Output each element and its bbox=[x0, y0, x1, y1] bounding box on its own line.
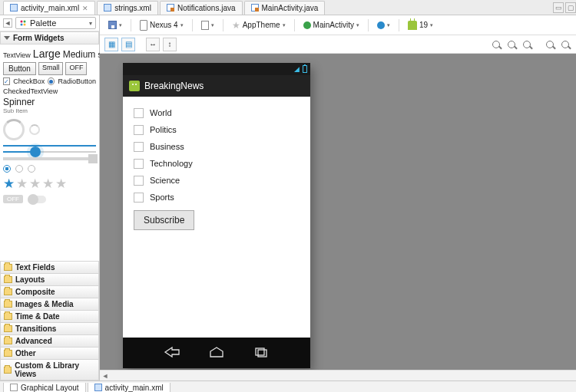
activity-selector[interactable]: MainActivity▾ bbox=[300, 18, 363, 31]
progress-small-item[interactable] bbox=[29, 124, 40, 135]
locale-selector[interactable]: ▾ bbox=[373, 19, 394, 31]
progressbar-item[interactable] bbox=[3, 145, 96, 147]
scroll-left-icon[interactable]: ◄ bbox=[100, 371, 111, 380]
blueprint-mode-button[interactable]: ▤ bbox=[121, 38, 135, 51]
checkbox-icon bbox=[3, 77, 10, 85]
radiobutton-item[interactable]: RadioButton bbox=[58, 77, 96, 85]
subscribe-button[interactable]: Subscribe bbox=[134, 210, 194, 230]
folder-icon bbox=[4, 325, 12, 332]
palette-dropdown[interactable]: Palette ▾ bbox=[15, 17, 96, 29]
button-item[interactable]: Button bbox=[3, 62, 36, 75]
svg-point-6 bbox=[135, 84, 137, 85]
zoom-in-button[interactable] bbox=[559, 38, 571, 51]
orientation-dropdown[interactable]: ▾ bbox=[197, 18, 218, 32]
editor-toolbar-2: ▦ ▤ ↔ ↕ bbox=[100, 35, 576, 54]
checkbox-world[interactable]: World bbox=[134, 104, 300, 121]
design-canvas[interactable]: ◢ BreakingNews World Politics Business T… bbox=[100, 54, 576, 370]
folder-icon bbox=[4, 338, 12, 344]
progress-large-item[interactable] bbox=[3, 119, 25, 140]
app-title: BreakingNews bbox=[144, 81, 204, 91]
save-dropdown[interactable]: ▾ bbox=[104, 18, 126, 31]
cat-time-date[interactable]: Time & Date bbox=[0, 310, 99, 322]
tab-mainactivity[interactable]: MainActivity.java bbox=[244, 1, 326, 15]
back-button[interactable]: ◄ bbox=[3, 18, 12, 28]
tab-activity-main[interactable]: activity_main.xml✕ bbox=[3, 1, 95, 15]
checkbox-technology[interactable]: Technology bbox=[134, 155, 300, 172]
folder-icon bbox=[4, 367, 12, 374]
small-button-item[interactable]: Small bbox=[38, 62, 64, 75]
checkbox-item[interactable]: CheckBox bbox=[13, 77, 45, 85]
theme-selector[interactable]: ★AppTheme▾ bbox=[228, 18, 290, 33]
nav-home-icon[interactable] bbox=[208, 346, 225, 360]
expand-width-button[interactable]: ↔ bbox=[146, 38, 160, 51]
cat-advanced[interactable]: Advanced bbox=[0, 334, 99, 347]
app-icon bbox=[129, 81, 140, 91]
minimize-button[interactable]: ▭ bbox=[553, 2, 564, 13]
cat-layouts[interactable]: Layouts bbox=[0, 273, 99, 285]
device-frame: ◢ BreakingNews World Politics Business T… bbox=[123, 63, 310, 368]
tab-strings[interactable]: strings.xml bbox=[97, 1, 158, 15]
textview-item[interactable]: TextView bbox=[3, 51, 31, 59]
design-mode-button[interactable]: ▦ bbox=[104, 38, 118, 51]
tab-source-xml[interactable]: activity_main.xml bbox=[88, 383, 170, 393]
ratingbar-item[interactable]: ★★★★★ bbox=[3, 176, 96, 192]
tab-label: activity_main.xml bbox=[21, 4, 79, 12]
activity-label: MainActivity bbox=[313, 21, 354, 29]
cat-composite[interactable]: Composite bbox=[0, 285, 99, 298]
nav-recent-icon[interactable] bbox=[253, 346, 270, 360]
device-label: Nexus 4 bbox=[150, 21, 178, 29]
layout-editor: ▾ Nexus 4▾ ▾ ★AppTheme▾ MainActivity▾ ▾ … bbox=[100, 15, 576, 380]
device-selector[interactable]: Nexus 4▾ bbox=[136, 18, 187, 33]
svg-point-1 bbox=[24, 21, 26, 23]
folder-icon bbox=[4, 264, 12, 271]
cat-transitions[interactable]: Transitions bbox=[0, 322, 99, 334]
screen-content[interactable]: World Politics Business Technology Scien… bbox=[123, 97, 310, 338]
maximize-button[interactable]: ▢ bbox=[565, 2, 576, 13]
medium-text-item[interactable]: Medium bbox=[63, 49, 96, 60]
seekbar-item[interactable] bbox=[3, 157, 96, 160]
android-icon bbox=[408, 21, 417, 30]
slider-item[interactable] bbox=[3, 151, 96, 153]
checkedtextview-item[interactable]: CheckedTextView bbox=[3, 87, 96, 95]
device-icon bbox=[140, 20, 147, 31]
activity-icon bbox=[303, 21, 311, 29]
large-text-item[interactable]: Large bbox=[33, 48, 61, 60]
folder-icon bbox=[4, 301, 12, 308]
checkbox-science[interactable]: Science bbox=[134, 172, 300, 189]
off-button-item[interactable]: OFF bbox=[65, 62, 87, 75]
zoom-out-button[interactable] bbox=[544, 38, 556, 51]
close-icon[interactable]: ✕ bbox=[82, 5, 88, 11]
cat-other[interactable]: Other bbox=[0, 347, 99, 359]
zoom-fit-button[interactable] bbox=[490, 38, 502, 51]
checkbox-politics[interactable]: Politics bbox=[134, 121, 300, 138]
cat-images-media[interactable]: Images & Media bbox=[0, 298, 99, 310]
zoom-100-button[interactable] bbox=[505, 38, 518, 51]
checkbox-sports[interactable]: Sports bbox=[134, 189, 300, 206]
tab-notifications[interactable]: Notifications.java bbox=[160, 1, 243, 15]
expand-height-button[interactable]: ↕ bbox=[163, 38, 177, 51]
status-bar: ◢ bbox=[123, 63, 310, 75]
switch-item[interactable] bbox=[28, 196, 46, 203]
horizontal-scrollbar[interactable]: ◄ bbox=[100, 370, 576, 380]
checkbox-business[interactable]: Business bbox=[134, 138, 300, 155]
xml-icon bbox=[94, 384, 102, 391]
checkbox-icon bbox=[134, 142, 144, 152]
spinner-item[interactable]: Spinner bbox=[3, 97, 96, 107]
zoom-actual-button[interactable] bbox=[521, 38, 533, 51]
nav-back-icon[interactable] bbox=[164, 346, 180, 360]
cat-custom-library[interactable]: Custom & Library Views bbox=[0, 359, 99, 380]
form-widgets-header[interactable]: Form Widgets bbox=[0, 31, 99, 44]
tab-graphical-layout[interactable]: Graphical Layout bbox=[3, 383, 86, 393]
cat-text-fields[interactable]: Text Fields bbox=[0, 261, 99, 273]
toggle-off-item[interactable]: OFF bbox=[3, 195, 23, 203]
tab-label: strings.xml bbox=[114, 4, 151, 12]
orientation-icon bbox=[201, 21, 209, 30]
chevron-down-icon: ▾ bbox=[89, 20, 92, 27]
theme-label: AppTheme bbox=[243, 21, 280, 29]
palette-title-label: Palette bbox=[30, 18, 56, 28]
layout-icon bbox=[10, 384, 18, 391]
radiogroup-item[interactable] bbox=[3, 165, 96, 173]
globe-icon bbox=[377, 21, 385, 29]
battery-icon bbox=[303, 65, 307, 73]
api-selector[interactable]: 19▾ bbox=[404, 18, 437, 32]
